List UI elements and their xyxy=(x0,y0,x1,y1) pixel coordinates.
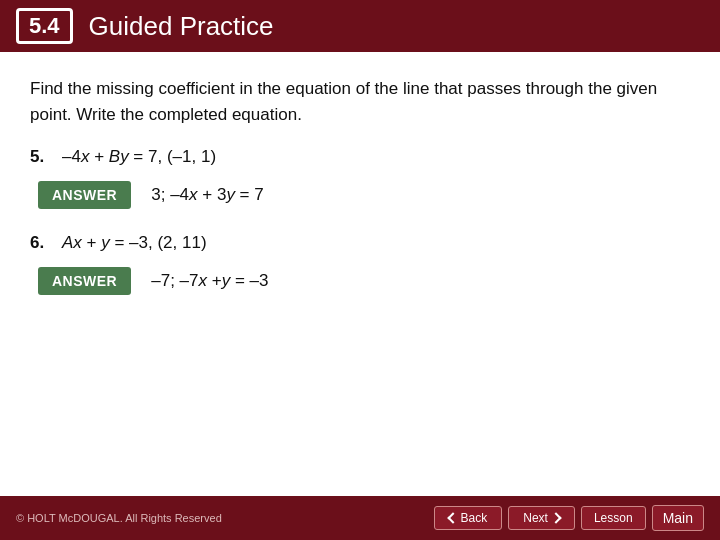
instruction-text: Find the missing coefficient in the equa… xyxy=(30,76,690,127)
back-button[interactable]: Back xyxy=(434,506,503,530)
lesson-label: Lesson xyxy=(594,511,633,525)
header: 5.4 Guided Practice xyxy=(0,0,720,52)
answer-badge-6: ANSWER xyxy=(38,267,131,295)
next-button[interactable]: Next xyxy=(508,506,575,530)
problem-6: 6. Ax + y = –3, (2, 11) xyxy=(30,233,690,253)
problem-5-number: 5. xyxy=(30,147,50,167)
answer-badge-5: ANSWER xyxy=(38,181,131,209)
answer-text-6: –7; –7x +y = –3 xyxy=(151,271,268,291)
main-label: Main xyxy=(663,510,693,526)
problem-5: 5. –4x + By = 7, (–1, 1) xyxy=(30,147,690,167)
problem-6-number: 6. xyxy=(30,233,50,253)
main-button[interactable]: Main xyxy=(652,505,704,531)
problem-6-equation: Ax + y = –3, (2, 11) xyxy=(62,233,207,253)
page-title: Guided Practice xyxy=(89,11,274,42)
main-content: Find the missing coefficient in the equa… xyxy=(0,52,720,339)
answer-row-5: ANSWER 3; –4x + 3y = 7 xyxy=(38,181,690,209)
next-label: Next xyxy=(523,511,548,525)
lesson-button[interactable]: Lesson xyxy=(581,506,646,530)
back-arrow-icon xyxy=(447,512,458,523)
back-label: Back xyxy=(461,511,488,525)
answer-row-6: ANSWER –7; –7x +y = –3 xyxy=(38,267,690,295)
next-arrow-icon xyxy=(550,512,561,523)
problem-5-equation: –4x + By = 7, (–1, 1) xyxy=(62,147,216,167)
section-number: 5.4 xyxy=(16,8,73,44)
answer-text-5: 3; –4x + 3y = 7 xyxy=(151,185,264,205)
footer: © HOLT McDOUGAL. All Rights Reserved Bac… xyxy=(0,496,720,540)
copyright-text: © HOLT McDOUGAL. All Rights Reserved xyxy=(16,512,222,524)
footer-nav: Back Next Lesson Main xyxy=(434,505,704,531)
